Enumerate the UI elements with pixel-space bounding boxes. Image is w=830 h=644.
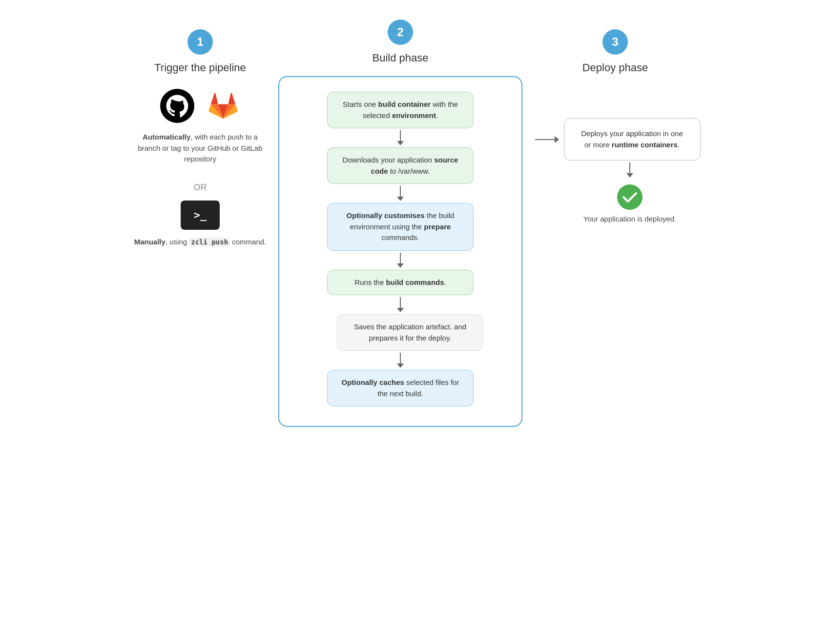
arrow-4 [397,297,404,312]
phase1-title: Trigger the pipeline [154,61,246,74]
build-box-5: Saves the application artefact. and prep… [337,314,483,351]
main-container: 1 Trigger the pipeline Automatically, wi… [24,20,806,427]
arrow-3 [397,253,404,268]
deploy-success-area: Your application is deployed. [583,161,676,223]
deploy-arrow-row: Deploys your application in one or more … [530,118,701,161]
arrow-1 [397,130,404,145]
phase3-header: 3 Deploy phase [582,29,648,74]
auto-trigger-desc: Automatically, with each push to a branc… [132,132,269,165]
or-separator: OR [194,182,207,193]
arrow-deploy-down [626,162,633,178]
svg-point-1 [617,184,643,210]
col-trigger: 1 Trigger the pipeline Automatically, wi… [122,20,278,257]
terminal-prompt: >_ [194,209,207,221]
phase1-header: 1 Trigger the pipeline [154,29,246,74]
trigger-icons [160,89,240,123]
arrow-2 [397,186,404,201]
deployed-text: Your application is deployed. [583,215,676,223]
gitlab-icon [206,89,240,123]
build-box-3: Optionally customises the build environm… [327,203,474,251]
phase3-title: Deploy phase [582,61,648,74]
build-box-1: Starts one build container with the sele… [327,92,474,128]
terminal-icon: >_ [181,201,220,230]
step-circle-3: 3 [602,29,628,55]
manual-trigger-desc: Manually, using zcli push command. [134,237,267,248]
zcli-push-cmd: zcli push [189,238,230,246]
build-border-box: Starts one build container with the sele… [278,76,522,427]
arrow-5 [397,353,404,368]
step-circle-1: 1 [187,29,213,55]
github-icon [160,89,194,123]
svg-point-0 [160,89,194,123]
build-box-4: Runs the build commands. [327,270,474,296]
arrow-right [535,136,559,143]
step-circle-2: 2 [388,20,413,45]
phase2-header: 2 Build phase [373,20,429,64]
build-box-2: Downloads your application source code t… [327,147,474,184]
build-box-6: Optionally caches selected files for the… [327,370,474,406]
col-build: 2 Build phase Starts one build container… [278,20,522,427]
phase2-title: Build phase [373,52,429,64]
col-deploy: 3 Deploy phase Deploys your application … [522,20,708,233]
deploy-box: Deploys your application in one or more … [564,118,701,161]
success-icon [617,184,643,210]
